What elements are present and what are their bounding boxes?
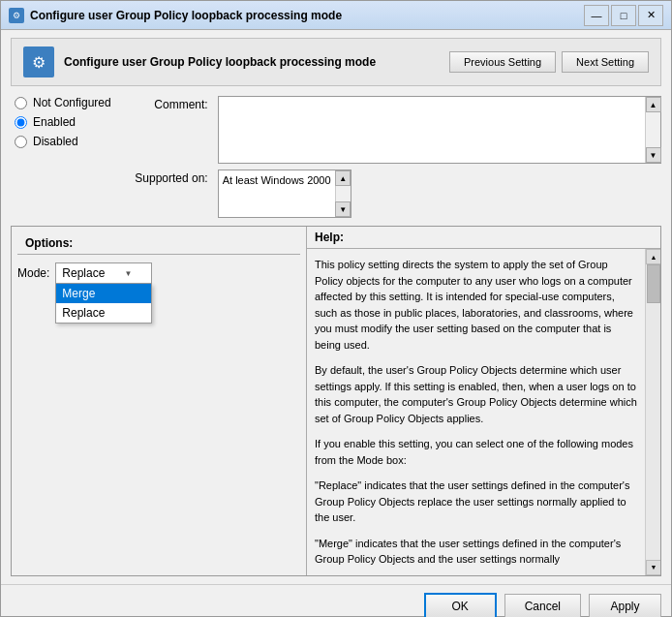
- dropdown-list: Merge Replace: [55, 284, 152, 324]
- supported-section: Supported on: At least Windows 2000 ▲ ▼: [121, 170, 661, 218]
- dropdown-selected-value[interactable]: Replace ▼: [55, 262, 152, 284]
- options-title: Options:: [17, 232, 300, 254]
- disabled-radio[interactable]: [15, 136, 27, 148]
- help-p1: This policy setting directs the system t…: [315, 257, 637, 353]
- disabled-row: Disabled: [15, 135, 111, 148]
- scroll-down-arrow[interactable]: ▼: [646, 147, 661, 163]
- scroll-up-arrow[interactable]: ▲: [646, 97, 661, 112]
- not-configured-label: Not Configured: [33, 96, 111, 109]
- header-title: Configure user Group Policy loopback pro…: [64, 55, 376, 69]
- options-content: Mode: Replace ▼ Merge Replace: [17, 255, 300, 292]
- help-scroll-thumb[interactable]: [647, 264, 660, 303]
- help-p3: If you enable this setting, you can sele…: [315, 436, 637, 468]
- comment-scrollbar: ▲ ▼: [645, 97, 660, 163]
- apply-button[interactable]: Apply: [589, 594, 661, 618]
- disabled-label: Disabled: [33, 135, 78, 148]
- supported-value: At least Windows 2000: [219, 170, 335, 217]
- help-scroll-down[interactable]: ▼: [646, 560, 660, 575]
- supported-label: Supported on:: [121, 170, 208, 218]
- options-panel: Options: Mode: Replace ▼ Merge Replac: [12, 227, 307, 575]
- dropdown-item-merge[interactable]: Merge: [56, 284, 151, 303]
- cancel-button[interactable]: Cancel: [504, 594, 581, 618]
- help-text-area: This policy setting directs the system t…: [307, 249, 645, 575]
- enabled-row: Enabled: [15, 115, 111, 129]
- main-window: ⚙ Configure user Group Policy loopback p…: [0, 0, 672, 617]
- supported-scrollbar: ▲ ▼: [335, 170, 351, 217]
- help-content-wrapper: This policy setting directs the system t…: [307, 249, 660, 575]
- help-scroll-track: [646, 264, 660, 560]
- comment-section: Comment: ▲ ▼: [121, 96, 661, 164]
- header-buttons: Previous Setting Next Setting: [449, 51, 649, 73]
- header-row: ⚙ Configure user Group Policy loopback p…: [11, 38, 661, 86]
- dropdown-arrow-icon: ▼: [124, 269, 132, 278]
- mode-label: Mode:: [17, 262, 49, 280]
- header-icon: ⚙: [23, 46, 54, 77]
- supported-scroll-down[interactable]: ▼: [335, 201, 351, 217]
- help-scroll-up[interactable]: ▲: [646, 249, 660, 264]
- options-header: Options:: [17, 232, 300, 255]
- help-title: Help:: [307, 227, 660, 248]
- header-info: ⚙ Configure user Group Policy loopback p…: [23, 46, 376, 77]
- window-icon: ⚙: [9, 8, 24, 23]
- ok-button[interactable]: OK: [424, 593, 497, 618]
- help-p2: By default, the user's Group Policy Obje…: [315, 362, 637, 426]
- supported-wrapper: At least Windows 2000 ▲ ▼: [218, 170, 351, 218]
- title-bar: ⚙ Configure user Group Policy loopback p…: [1, 1, 671, 30]
- right-config: Comment: ▲ ▼ Supported on: At least: [111, 96, 661, 218]
- footer: OK Cancel Apply: [1, 584, 671, 618]
- mode-row: Mode: Replace ▼ Merge Replace: [17, 262, 300, 284]
- not-configured-radio[interactable]: [15, 97, 27, 109]
- comment-textarea[interactable]: [219, 97, 645, 163]
- minimize-button[interactable]: —: [584, 5, 609, 26]
- comment-label: Comment:: [121, 96, 208, 164]
- help-header: Help:: [307, 227, 660, 249]
- close-button[interactable]: ✕: [638, 5, 663, 26]
- help-p5: "Merge" indicates that the user settings…: [315, 536, 637, 568]
- not-configured-row: Not Configured: [15, 96, 111, 109]
- supported-scroll-up[interactable]: ▲: [335, 170, 351, 186]
- maximize-button[interactable]: □: [611, 5, 636, 26]
- window-controls: — □ ✕: [584, 5, 663, 26]
- help-scrollbar: ▲ ▼: [645, 249, 660, 575]
- main-panels: Options: Mode: Replace ▼ Merge Replac: [11, 226, 661, 576]
- mode-dropdown[interactable]: Replace ▼ Merge Replace: [55, 262, 152, 284]
- enabled-radio[interactable]: [15, 116, 27, 129]
- dropdown-item-replace[interactable]: Replace: [56, 303, 151, 323]
- selected-text: Replace: [62, 266, 105, 280]
- previous-setting-button[interactable]: Previous Setting: [449, 51, 556, 73]
- config-section: Not Configured Enabled Disabled Comment:: [11, 96, 661, 218]
- next-setting-button[interactable]: Next Setting: [562, 51, 649, 73]
- enabled-label: Enabled: [33, 115, 76, 129]
- comment-textarea-wrapper: ▲ ▼: [218, 96, 661, 164]
- radio-section: Not Configured Enabled Disabled: [11, 96, 111, 208]
- window-title: Configure user Group Policy loopback pro…: [30, 9, 584, 22]
- content-area: ⚙ Configure user Group Policy loopback p…: [1, 30, 671, 584]
- help-panel: Help: This policy setting directs the sy…: [307, 227, 660, 575]
- help-p4: "Replace" indicates that the user settin…: [315, 478, 637, 526]
